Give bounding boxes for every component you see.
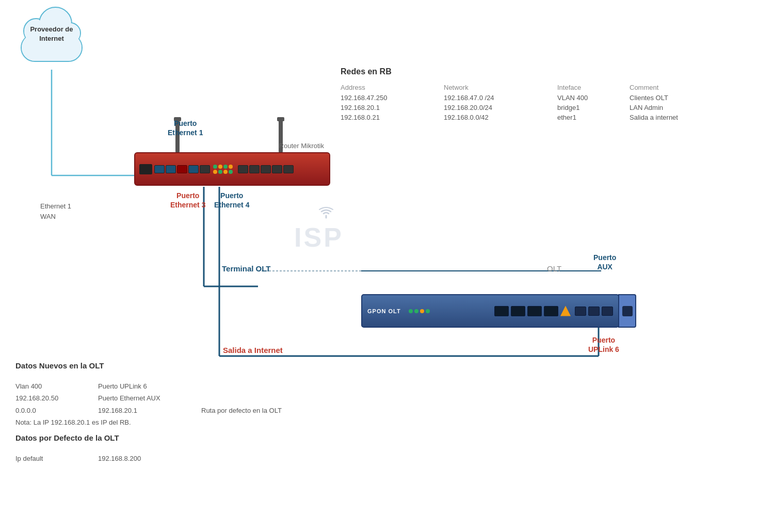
eth1-wan-label: Ethernet 1 WAN [40,201,71,221]
cloud-label-line1: Proveedor de [30,25,73,33]
row1-address: 192.168.47.250 [341,93,444,102]
dn-r3c1: 0.0.0.0 [15,405,98,416]
dn-r1c3 [201,380,282,392]
router-body: Router Mikrotik [134,152,330,186]
olt-ports-area [494,306,613,316]
dn-r1c2: Puerto UPLink 6 [98,380,201,392]
olt-warning-icon [560,306,571,316]
row3-comment: Salida a internet [630,113,733,122]
diagram-container: Proveedor de Internet Ethernet 1 WAN [0,0,774,532]
puerto-aux-label: Puerto AUX [593,253,616,271]
olt-label: OLT [547,264,561,273]
olt-body: GPON OLT [361,294,619,328]
router-port-eth1 [154,165,165,173]
cloud-label: Proveedor de Internet [15,25,88,43]
router-port-eth3 [177,165,187,173]
terminal-olt-label: Terminal OLT [222,264,270,273]
col-header-comment: Comment [630,83,733,92]
row1-network: 192.168.47.0 /24 [444,93,557,102]
datos-nuevos-title: Datos Nuevos en la OLT [15,361,282,370]
dn-r3c2: 192.168.20.1 [98,405,201,416]
dn-r2c1: 192.168.20.50 [15,392,98,404]
puerto-uplink6-label: Puerto UPLink 6 [588,335,619,354]
row1-interface: VLAN 400 [557,93,630,102]
router-port-eth4 [188,165,199,173]
dd-r1c1: Ip default [15,453,98,464]
router-port-eth5 [200,165,210,173]
datos-nuevos-section: Datos Nuevos en la OLT Vlan 400 Puerto U… [15,361,282,426]
row1-comment: Clientes OLT [630,93,733,102]
puerto-eth4-label: Puerto Ethernet 4 [214,191,249,209]
row3-address: 192.168.0.21 [341,113,444,122]
dn-r2c2: Puerto Ethernet AUX [98,392,201,404]
redes-rb-table: Redes en RB Address Network Inteface Com… [341,67,676,122]
col-header-interface: Inteface [557,83,630,92]
row3-interface: ether1 [557,113,630,122]
dn-r2c3 [201,392,282,404]
salida-internet-label: Salida a Internet [223,346,283,354]
row3-network: 192.168.0.0/42 [444,113,557,122]
router-port-eth2 [166,165,176,173]
datos-defecto-rows: Ip default 192.168.8.200 [15,453,201,464]
row2-interface: bridge1 [557,103,630,112]
dn-r3c3: Ruta por defecto en la OLT [201,405,282,416]
row2-address: 192.168.20.1 [341,103,444,112]
cloud-label-line2: Internet [39,35,64,42]
dd-r1c2: 192.168.8.200 [98,453,201,464]
router-device: Router Mikrotik [134,152,330,188]
dn-r1c1: Vlan 400 [15,380,98,392]
olt-device: GPON OLT [361,294,619,328]
row2-comment: LAN Admin [630,103,733,112]
olt-body-label: GPON OLT [367,308,401,314]
table-grid: Address Network Inteface Comment 192.168… [341,83,676,122]
datos-defecto-section: Datos por Defecto de la OLT Ip default 1… [15,433,201,464]
datos-nuevos-rows: Vlan 400 Puerto UPLink 6 192.168.20.50 P… [15,380,282,416]
row2-network: 192.168.20.0/24 [444,103,557,112]
col-header-address: Address [341,83,444,92]
puerto-eth1-label: Puerto Ethernet 1 [168,119,203,137]
router-label: Router Mikrotik [279,142,324,150]
datos-defecto-title: Datos por Defecto de la OLT [15,433,201,442]
col-header-network: Network [444,83,557,92]
isp-watermark: ISP [294,222,344,253]
wifi-icon [318,206,334,222]
olt-aux-port [618,294,636,328]
puerto-eth3-label: Puerto Ethernet 3 [170,191,205,209]
datos-nuevos-note: Nota: La IP 192.168.20.1 es IP del RB. [15,418,282,426]
table-title: Redes en RB [341,67,676,76]
cloud-shape: Proveedor de Internet [15,15,98,77]
